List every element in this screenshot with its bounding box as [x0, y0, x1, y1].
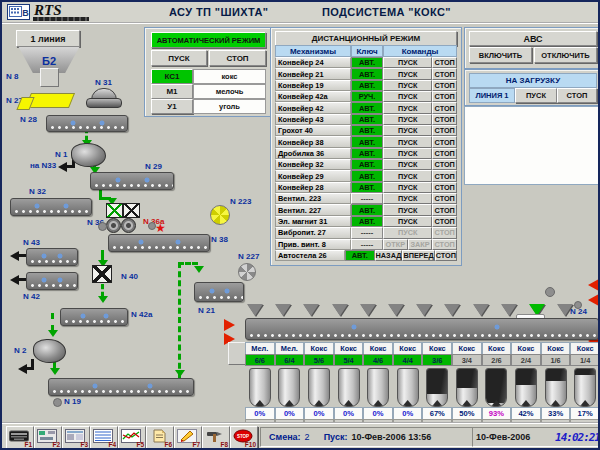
command-button-стоп[interactable]: СТОП	[432, 216, 457, 227]
key-state-toggle[interactable]: АВТ.	[351, 148, 383, 159]
toolbar-f1-button[interactable]: F1	[6, 426, 34, 449]
key-state-toggle[interactable]: АВТ.	[351, 80, 383, 91]
command-button-стоп[interactable]: СТОП	[432, 148, 457, 159]
remote-row: Прив. винт. 8-----ОТКРЗАКРСТОП	[275, 239, 457, 250]
command-button-стоп[interactable]: СТОП	[432, 182, 457, 193]
key-state-toggle[interactable]: -----	[351, 227, 383, 238]
toolbar-f6-button[interactable]: F6	[146, 426, 174, 449]
mechanism-name: Конвейер 38	[275, 136, 351, 147]
toolbar-f10-button[interactable]: STOPF10	[230, 426, 258, 449]
fkey-label: F2	[52, 441, 60, 448]
bunker-cylinder-wrap	[393, 366, 423, 407]
bunker-cylinder-wrap	[482, 366, 512, 407]
key-state-toggle[interactable]: АВТ.	[345, 250, 375, 261]
command-button-стоп[interactable]: СТОП	[432, 204, 457, 215]
command-button-стоп[interactable]: СТОП	[432, 193, 457, 204]
bunker-icon	[308, 368, 330, 407]
loading-stop-button[interactable]: СТОП	[557, 88, 597, 103]
bunker-column: Кокс5/60%0	[304, 342, 334, 430]
command-button-стоп[interactable]: СТОП	[432, 170, 457, 181]
bunker-column: Кокс1/633%0	[541, 342, 571, 430]
command-button-стоп[interactable]: СТОП	[432, 102, 457, 113]
command-button-пуск[interactable]: ПУСК	[383, 102, 432, 113]
line-1-button[interactable]: 1 линия	[16, 30, 80, 47]
command-button-пуск[interactable]: ПУСК	[383, 91, 432, 102]
bunker-column: Мел.6/60%0	[245, 342, 275, 430]
toolbar-f5-button[interactable]: F5	[118, 426, 146, 449]
auto-key-КС1[interactable]: КС1	[151, 69, 193, 84]
flow-arrow	[50, 368, 60, 375]
key-state-toggle[interactable]: АВТ.	[351, 182, 383, 193]
toolbar-f4-button[interactable]: F4	[90, 426, 118, 449]
label-n8: N 8	[6, 72, 18, 81]
command-button-стоп[interactable]: СТОП	[432, 57, 457, 68]
toolbar-f2-button[interactable]: F2	[34, 426, 62, 449]
remote-row: Конвейер 28АВТ.ПУСКСТОП	[275, 182, 457, 193]
mechanism-name: Конвейер 32	[275, 159, 351, 170]
key-state-toggle[interactable]: АВТ.	[351, 57, 383, 68]
auto-material-label: мелочь	[193, 84, 266, 99]
command-button-стоп[interactable]: СТОП	[435, 250, 457, 261]
remote-row: Конвейер 19АВТ.ПУСКСТОП	[275, 80, 457, 91]
key-state-toggle[interactable]: АВТ.	[351, 114, 383, 125]
key-state-toggle[interactable]: АВТ.	[351, 102, 383, 113]
key-state-toggle[interactable]: АВТ.	[351, 204, 383, 215]
toolbar-f7-button[interactable]: F7	[174, 426, 202, 449]
auto-key-М1[interactable]: М1	[151, 84, 193, 99]
auto-start-button[interactable]: ПУСК	[151, 50, 207, 66]
toolbar-f8-button[interactable]: F8	[202, 426, 230, 449]
command-button-стоп[interactable]: СТОП	[432, 80, 457, 91]
command-button-стоп[interactable]: СТОП	[432, 114, 457, 125]
mechanism-name: Дробилка 36	[275, 148, 351, 159]
key-state-toggle[interactable]: АВТ.	[351, 125, 383, 136]
key-state-toggle[interactable]: -----	[351, 193, 383, 204]
bunker-outlet	[521, 400, 531, 406]
key-state-toggle[interactable]: АВТ.	[351, 216, 383, 227]
command-button-пуск[interactable]: ПУСК	[383, 148, 432, 159]
key-state-toggle[interactable]: РУЧ.	[351, 91, 383, 102]
auto-stop-button[interactable]: СТОП	[209, 50, 266, 66]
command-button-пуск[interactable]: ПУСК	[383, 80, 432, 91]
status-dot	[574, 301, 582, 309]
command-button-назад[interactable]: НАЗАД	[375, 250, 403, 261]
conveyor-38	[108, 234, 210, 252]
command-button-пуск[interactable]: ПУСК	[383, 114, 432, 125]
key-state-toggle[interactable]: АВТ.	[351, 136, 383, 147]
command-button-стоп[interactable]: СТОП	[432, 91, 457, 102]
command-button-пуск[interactable]: ПУСК	[383, 159, 432, 170]
auto-mode-panel: АВТОМАТИЧЕСКИЙ РЕЖИМ ПУСК СТОП КС1коксМ1…	[144, 27, 273, 117]
key-state-toggle[interactable]: АВТ.	[351, 68, 383, 79]
bunker-fill-level	[546, 369, 566, 381]
key-state-toggle[interactable]: АВТ.	[351, 170, 383, 181]
gate-closed	[123, 203, 140, 218]
command-button-пуск[interactable]: ПУСК	[383, 182, 432, 193]
key-state-toggle[interactable]: АВТ.	[351, 159, 383, 170]
command-button-вперед[interactable]: ВПЕРЕД	[402, 250, 434, 261]
command-button-пуск[interactable]: ПУСК	[383, 204, 432, 215]
command-cell: ПУСКСТОП	[383, 136, 457, 147]
command-button-пуск[interactable]: ПУСК	[383, 170, 432, 181]
command-button-стоп[interactable]: СТОП	[432, 136, 457, 147]
bunker-code: 6/4	[275, 354, 305, 366]
flow-arrow	[98, 296, 108, 303]
abc-off-button[interactable]: ОТКЛЮЧИТЬ	[534, 47, 597, 63]
command-button-пуск[interactable]: ПУСК	[383, 216, 432, 227]
command-button-пуск[interactable]: ПУСК	[383, 125, 432, 136]
toolbar-f3-button[interactable]: F3	[62, 426, 90, 449]
abc-on-button[interactable]: ВКЛЮЧИТЬ	[469, 47, 532, 63]
loading-start-button[interactable]: ПУСК	[515, 88, 557, 103]
key-state-toggle[interactable]: -----	[351, 239, 383, 250]
auto-key-У1[interactable]: У1	[151, 99, 193, 114]
remote-table-body: Конвейер 24АВТ.ПУСКСТОПКонвейер 21АВТ.ПУ…	[275, 57, 457, 261]
command-cell: ПУСКСТОП	[383, 182, 457, 193]
loading-line-button[interactable]: ЛИНИЯ 1	[469, 88, 515, 103]
command-button-пуск[interactable]: ПУСК	[383, 68, 432, 79]
label-n227: N 227	[238, 252, 259, 261]
command-button-пуск[interactable]: ПУСК	[383, 193, 432, 204]
command-button-стоп[interactable]: СТОП	[432, 159, 457, 170]
command-button-пуск[interactable]: ПУСК	[383, 57, 432, 68]
command-button-пуск[interactable]: ПУСК	[383, 136, 432, 147]
abc-title: АВС	[469, 31, 597, 46]
command-button-стоп[interactable]: СТОП	[432, 125, 457, 136]
command-button-стоп[interactable]: СТОП	[432, 68, 457, 79]
